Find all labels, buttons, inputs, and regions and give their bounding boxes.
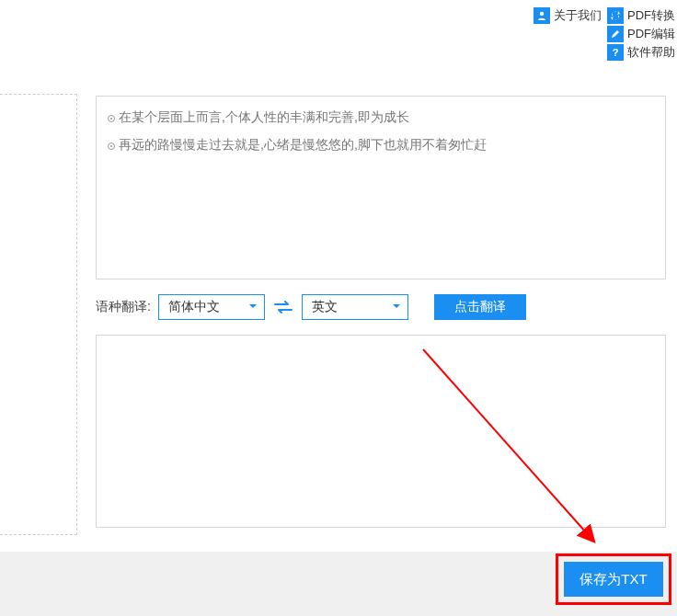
target-language-value: 英文 [312,299,338,315]
chevron-down-icon [391,300,402,314]
pencil-icon [607,26,624,42]
footer-bar: 保存为TXT [0,552,677,616]
menu-software-help[interactable]: ? 软件帮助 [607,44,675,61]
bullet-icon [108,115,115,122]
menu-about-label: 关于我们 [554,7,602,24]
menu-about[interactable]: 关于我们 [534,7,602,24]
bullet-icon [108,143,115,150]
source-text-box[interactable]: 在某个层面上而言,个体人性的丰满和完善,即为成长 再远的路慢慢走过去就是,心绪是… [96,96,666,279]
source-language-value: 简体中文 [168,299,220,315]
swap-icon[interactable] [272,298,294,316]
save-txt-button[interactable]: 保存为TXT [564,562,663,597]
left-panel-placeholder [0,94,77,535]
source-line-2: 再远的路慢慢走过去就是,心绪是慢悠悠的,脚下也就用不着匆忙赶 [119,137,487,154]
translate-controls: 语种翻译: 简体中文 英文 点击翻译 [96,294,666,320]
source-line-1: 在某个层面上而言,个体人性的丰满和完善,即为成长 [119,109,409,126]
menu-pdf-convert-label: PDF转换 [627,7,675,24]
refresh-icon [607,7,624,24]
source-language-select[interactable]: 简体中文 [158,294,265,320]
chevron-down-icon [247,300,258,314]
person-icon [534,7,550,24]
menu-pdf-convert[interactable]: PDF转换 [607,7,675,24]
svg-point-0 [540,12,544,16]
target-language-select[interactable]: 英文 [302,294,408,320]
translate-button[interactable]: 点击翻译 [434,294,526,320]
svg-text:?: ? [613,47,619,58]
question-icon: ? [607,44,624,61]
translate-label: 语种翻译: [96,299,151,315]
menu-software-help-label: 软件帮助 [627,44,675,61]
menu-pdf-edit-label: PDF编辑 [627,26,675,42]
top-menu: 关于我们 PDF转换 PDF编辑 ? 软件帮助 [534,7,675,61]
save-highlight-box: 保存为TXT [556,553,671,605]
menu-pdf-edit[interactable]: PDF编辑 [607,26,675,42]
output-text-box[interactable] [96,335,666,528]
main-area: 在某个层面上而言,个体人性的丰满和完善,即为成长 再远的路慢慢走过去就是,心绪是… [96,96,666,528]
